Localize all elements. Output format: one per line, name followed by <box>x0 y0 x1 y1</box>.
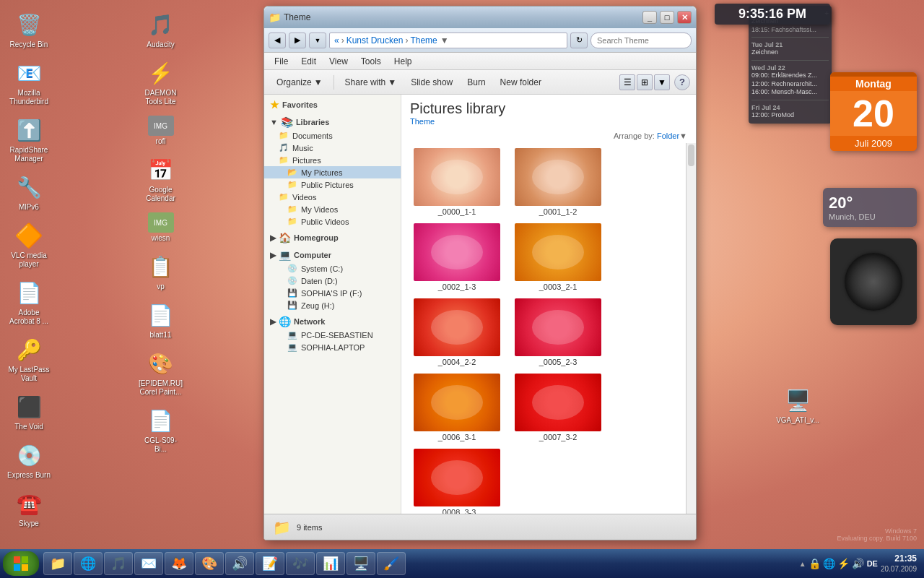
file-item-0001[interactable]: _0001_1-2 <box>511 146 605 218</box>
breadcrumb-theme[interactable]: Theme <box>410 35 437 46</box>
taskbar-explorer-btn[interactable]: 📁 <box>43 552 72 575</box>
desktop-icon-express-burn[interactable]: 💿 Express Burn <box>4 438 54 483</box>
taskbar-mail-btn[interactable]: ✉️ <box>134 552 163 575</box>
search-input[interactable] <box>597 36 685 45</box>
back-button[interactable]: ◀ <box>269 33 286 48</box>
nav-documents[interactable]: 📁 Documents <box>264 129 401 142</box>
desktop-icon-rofl[interactable]: IMG rofl <box>136 113 186 149</box>
desktop-icon-daemon[interactable]: ⚡ DAEMON Tools Lite <box>136 56 186 109</box>
desktop-icon-wiesn[interactable]: IMG wiesn <box>136 210 186 246</box>
menu-edit[interactable]: Edit <box>295 55 322 68</box>
libraries-header[interactable]: ▼ 📚 Libraries <box>264 112 401 129</box>
homegroup-icon: 🏠 <box>279 232 291 243</box>
desktop-icon-vlc[interactable]: 🔶 VLC media player <box>4 218 54 272</box>
desktop-icon-vp[interactable]: 📋 vp <box>136 249 186 294</box>
nav-sophia-laptop[interactable]: 💻 SOPHIA-LAPTOP <box>264 341 401 353</box>
taskbar-paint-btn[interactable]: 🖌️ <box>377 552 406 575</box>
taskbar-remote-btn[interactable]: 🖥️ <box>346 552 375 575</box>
nav-pc-sebastien[interactable]: 💻 PC-DE-SEBASTIEN <box>264 329 401 341</box>
close-button[interactable]: ✕ <box>677 11 692 24</box>
desktop-icon-acrobat[interactable]: 📄 Adobe Acrobat 8 ... <box>4 275 54 329</box>
share-with-button[interactable]: Share with ▼ <box>339 74 404 90</box>
file-item-0000[interactable]: _0000_1-1 <box>410 146 504 218</box>
desktop-icon-vga[interactable]: 🖥️ VGA_ATI_v... <box>769 383 827 428</box>
homegroup-header[interactable]: ▶ 🏠 Homegroup <box>264 228 401 245</box>
homegroup-expand-icon: ▶ <box>270 233 276 243</box>
desktop-icon-blatt11[interactable]: 📄 blatt11 <box>136 298 186 342</box>
breadcrumb-root[interactable]: « <box>334 35 339 46</box>
taskbar-excel-btn[interactable]: 📊 <box>316 552 345 575</box>
taskbar-ie-btn[interactable]: 🌐 <box>74 552 103 575</box>
tray-arrow-icon[interactable]: ▲ <box>799 560 806 568</box>
view-list-button[interactable]: ☰ <box>619 74 635 90</box>
help-button[interactable]: ? <box>674 74 690 90</box>
maximize-button[interactable]: □ <box>660 11 674 24</box>
desktop-icon-skype[interactable]: ☎️ Skype <box>4 486 54 531</box>
start-button[interactable] <box>3 551 39 576</box>
desktop-icon-google-calendar[interactable]: 📅 Google Calendar <box>136 152 186 206</box>
menu-help[interactable]: Help <box>388 55 418 68</box>
desktop-icon-epidem[interactable]: 🎨 [EPIDEM.RU] Corel Paint... <box>136 346 186 400</box>
nav-my-videos[interactable]: 📁 My Videos <box>264 203 401 215</box>
menu-view[interactable]: View <box>323 55 354 68</box>
nav-public-videos[interactable]: 📁 Public Videos <box>264 215 401 228</box>
view-dropdown-button[interactable]: ▼ <box>654 74 670 90</box>
taskbar-itunes-btn[interactable]: 🎶 <box>286 552 315 575</box>
file-item-0002[interactable]: _0002_1-3 <box>410 221 504 293</box>
nav-pictures[interactable]: 📁 Pictures <box>264 154 401 166</box>
nav-sophia-ip[interactable]: 💾 SOPHIA'S IP (F:) <box>264 287 401 299</box>
new-folder-button[interactable]: New folder <box>494 74 548 90</box>
breadcrumb-dropdown[interactable]: ▼ <box>440 35 449 46</box>
file-item-0005[interactable]: _0005_2-3 <box>511 296 605 368</box>
nav-my-pictures[interactable]: 📂 My Pictures <box>264 166 401 178</box>
arrange-by-value[interactable]: Folder <box>657 131 679 140</box>
express-burn-label: Express Burn <box>7 471 51 480</box>
up-button[interactable]: ▼ <box>309 33 326 48</box>
desktop-icon-recycle-bin[interactable]: 🗑️ Recycle Bin <box>4 7 54 52</box>
file-item-0004[interactable]: _0004_2-2 <box>410 296 504 368</box>
forward-button[interactable]: ▶ <box>289 33 306 48</box>
refresh-button[interactable]: ↻ <box>570 33 588 48</box>
network-header[interactable]: ▶ 🌐 Network <box>264 311 401 329</box>
desktop-icon-thunderbird[interactable]: 📧 Mozilla Thunderbird <box>4 56 54 109</box>
favorites-header[interactable]: ★ Favorites <box>264 95 401 112</box>
nav-videos[interactable]: 📁 Videos <box>264 191 401 203</box>
taskbar-firefox-btn[interactable]: 🦊 <box>165 552 193 575</box>
file-item-0007[interactable]: _0007_3-2 <box>511 371 605 444</box>
menu-tools[interactable]: Tools <box>355 55 387 68</box>
desktop-icon-mlpv6[interactable]: 🔧 MlPv6 <box>4 170 54 215</box>
computer-header[interactable]: ▶ 💻 Computer <box>264 245 401 262</box>
desktop-icon-lastpass[interactable]: 🔑 My LastPass Vault <box>4 332 54 386</box>
file-item-0006[interactable]: _0006_3-1 <box>410 371 504 444</box>
desktop-icon-rapidshare[interactable]: ⬆️ RapidShare Manager <box>4 113 54 166</box>
express-burn-icon: 💿 <box>14 441 43 470</box>
nav-public-pictures[interactable]: 📁 Public Pictures <box>264 178 401 191</box>
file-item-0003[interactable]: _0003_2-1 <box>511 221 605 293</box>
nav-system-c[interactable]: 💿 System (C:) <box>264 262 401 275</box>
menu-file[interactable]: File <box>269 55 294 68</box>
nav-daten-d[interactable]: 💿 Daten (D:) <box>264 275 401 287</box>
taskbar-photoshop-btn[interactable]: 🎨 <box>195 552 224 575</box>
search-box[interactable] <box>590 33 692 48</box>
organize-button[interactable]: Organize ▼ <box>270 74 329 90</box>
nav-zeug-h[interactable]: 💾 Zeug (H:) <box>264 299 401 311</box>
burn-button[interactable]: Burn <box>461 74 492 90</box>
taskbar-word-btn[interactable]: 📝 <box>256 552 284 575</box>
taskbar-media-btn[interactable]: 🎵 <box>104 552 133 575</box>
address-path[interactable]: « › Kunst Drucken › Theme ▼ <box>329 33 567 48</box>
toolbar-separator-1 <box>334 75 334 90</box>
view-grid-button[interactable]: ⊞ <box>637 74 653 90</box>
nav-music[interactable]: 🎵 Music <box>264 142 401 154</box>
desktop-icon-audacity[interactable]: 🎵 Audacity <box>136 7 186 52</box>
minimize-button[interactable]: _ <box>642 11 657 24</box>
file-item-0008[interactable]: _0008_3-3 <box>410 447 504 514</box>
breadcrumb-kunst[interactable]: Kunst Drucken <box>346 35 404 46</box>
desktop-icon-void[interactable]: ⬛ The Void <box>4 389 54 434</box>
taskbar-winamp-btn[interactable]: 🔊 <box>225 552 254 575</box>
arrange-chevron[interactable]: ▼ <box>679 131 687 140</box>
network-icon: 🌐 <box>279 316 291 327</box>
slide-show-button[interactable]: Slide show <box>404 74 459 90</box>
desktop-icon-cgl[interactable]: 📄 CGL-S09-Bi... <box>136 403 186 457</box>
taskbar-excel-icon: 📊 <box>323 556 339 571</box>
scrollbar[interactable] <box>686 143 696 514</box>
